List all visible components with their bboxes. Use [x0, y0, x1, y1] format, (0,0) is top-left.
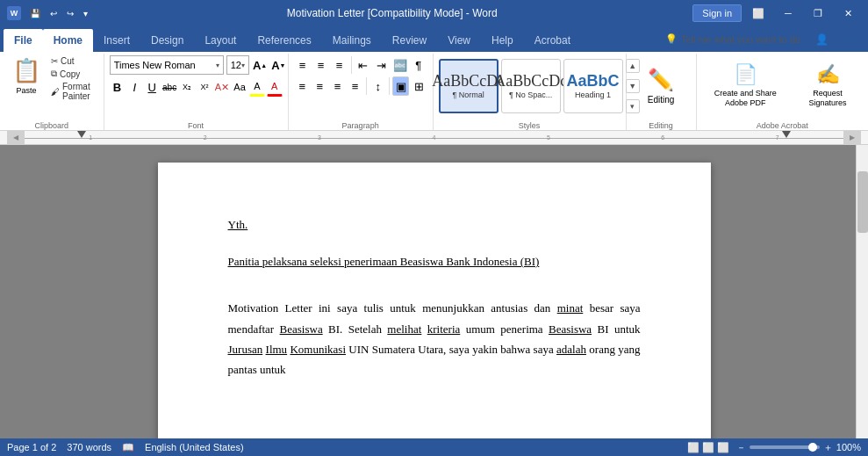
- sort-button[interactable]: 🔤: [391, 55, 409, 75]
- font-size-value: 12: [231, 60, 241, 70]
- font-label: Font: [104, 121, 288, 130]
- subscript-button[interactable]: X₂: [179, 77, 195, 97]
- cut-button[interactable]: ✂ Cut: [47, 55, 98, 67]
- align-left-button[interactable]: ≡: [294, 76, 311, 96]
- increase-indent-button[interactable]: ⇥: [373, 55, 391, 75]
- undo-btn[interactable]: ↩: [47, 7, 61, 20]
- style-no-spacing-preview: AaBbCcDc: [494, 72, 567, 90]
- redo-btn[interactable]: ↪: [63, 7, 77, 20]
- multilevel-button[interactable]: ≡: [331, 55, 348, 75]
- vertical-scrollbar[interactable]: [856, 145, 868, 438]
- zoom-in-icon[interactable]: ＋: [823, 441, 833, 454]
- zoom-slider[interactable]: [750, 445, 820, 449]
- close-btn[interactable]: ✕: [835, 0, 861, 26]
- word-icon: W: [7, 6, 21, 20]
- font-name-selector[interactable]: Times New Roman ▾: [110, 55, 224, 75]
- superscript-button[interactable]: X²: [197, 77, 212, 97]
- font-name-value: Times New Roman: [114, 60, 196, 70]
- share-icon: 👤: [815, 33, 829, 46]
- document-area: Yth. Panitia pelaksana seleksi penerimaa…: [0, 145, 868, 438]
- clipboard-label: Clipboard: [0, 121, 104, 130]
- create-share-pdf-button[interactable]: 📄 Create and Share Adobe PDF: [702, 60, 789, 112]
- editing-button[interactable]: ✏️ Editing: [641, 64, 682, 108]
- styles-label: Styles: [434, 121, 626, 130]
- page-count: Page 1 of 2: [7, 442, 56, 452]
- tab-layout[interactable]: Layout: [194, 29, 247, 52]
- create-share-label: Create and Share Adobe PDF: [709, 89, 782, 108]
- tab-insert[interactable]: Insert: [93, 29, 140, 52]
- status-left: Page 1 of 2 370 words 📖 English (United …: [7, 442, 244, 453]
- decrease-indent-button[interactable]: ⇤: [355, 55, 372, 75]
- tab-design[interactable]: Design: [140, 29, 194, 52]
- request-signatures-button[interactable]: ✍️ Request Signatures: [793, 60, 863, 112]
- style-heading1-preview: AaBbC: [567, 72, 620, 90]
- align-center-button[interactable]: ≡: [312, 76, 328, 96]
- style-heading1[interactable]: AaBbC Heading 1: [563, 59, 623, 113]
- sign-in-button[interactable]: Sign in: [692, 4, 742, 22]
- format-painter-button[interactable]: 🖌 Format Painter: [47, 81, 98, 102]
- change-case-button[interactable]: Aa: [232, 77, 247, 97]
- justify-button[interactable]: ≡: [347, 76, 363, 96]
- tab-home[interactable]: Home: [43, 29, 93, 52]
- italic-button[interactable]: I: [126, 77, 142, 97]
- tell-me-bar[interactable]: 💡 Tell me what you want to do: [657, 30, 808, 48]
- tab-file[interactable]: File: [4, 29, 43, 52]
- bold-button[interactable]: B: [110, 77, 126, 97]
- clear-format-button[interactable]: A✕: [214, 77, 230, 97]
- minimize-btn[interactable]: ─: [775, 0, 801, 26]
- paragraph-group: ≡ ≡ ≡ ⇤ ⇥ 🔤 ¶ ≡ ≡ ≡ ≡ ↕ ▣: [289, 54, 434, 130]
- grow-font-button[interactable]: A▲: [252, 55, 268, 75]
- tab-help[interactable]: Help: [481, 29, 524, 52]
- copy-button[interactable]: ⧉ Copy: [47, 68, 98, 80]
- document-page[interactable]: Yth. Panitia pelaksana seleksi penerimaa…: [158, 163, 711, 438]
- tab-mailings[interactable]: Mailings: [322, 29, 382, 52]
- zoom-thumb: [808, 443, 817, 452]
- save-quick-btn[interactable]: 💾: [26, 7, 44, 20]
- view-mode-icons: ⬜ ⬜ ⬜: [687, 442, 729, 453]
- shading-button[interactable]: ▣: [392, 76, 409, 96]
- font-size-selector[interactable]: 12 ▾: [226, 55, 249, 75]
- editing-group-label: Editing: [627, 121, 696, 130]
- style-normal[interactable]: AaBbCcDc ¶ Normal: [439, 59, 499, 113]
- word-count: 370 words: [67, 442, 111, 452]
- line-spacing-button[interactable]: ↕: [369, 76, 386, 96]
- scrollbar-thumb[interactable]: [857, 171, 868, 233]
- ruler: ◀ 1234567 ▶: [0, 131, 868, 145]
- tab-acrobat[interactable]: Acrobat: [524, 29, 581, 52]
- shrink-font-button[interactable]: A▼: [270, 55, 286, 75]
- borders-button[interactable]: ⊞: [410, 76, 427, 96]
- tab-view[interactable]: View: [437, 29, 481, 52]
- font-color-button[interactable]: A: [267, 77, 283, 97]
- paste-icon: 📋: [12, 57, 40, 84]
- align-right-button[interactable]: ≡: [329, 76, 346, 96]
- style-no-spacing[interactable]: AaBbCcDc ¶ No Spac...: [501, 59, 561, 113]
- adobe-label: Adobe Acrobat: [697, 121, 868, 130]
- request-sig-icon: ✍️: [816, 63, 840, 86]
- strikethrough-button[interactable]: abc: [161, 77, 177, 97]
- share-label: Share: [832, 33, 861, 46]
- title-bar-right: Sign in ⬜ ─ ❐ ✕: [692, 0, 861, 26]
- share-button[interactable]: 👤 Share: [815, 33, 861, 46]
- highlight-button[interactable]: A: [249, 77, 265, 97]
- editing-label: Editing: [648, 95, 675, 105]
- adobe-create-icon: 📄: [734, 63, 757, 86]
- painter-icon: 🖌: [51, 87, 60, 97]
- spell-check-icon: 📖: [122, 442, 134, 453]
- cut-label: Cut: [61, 56, 75, 66]
- show-hide-button[interactable]: ¶: [410, 55, 427, 75]
- bullets-button[interactable]: ≡: [294, 55, 312, 75]
- tab-references[interactable]: References: [247, 29, 321, 52]
- customize-qa-btn[interactable]: ▾: [80, 7, 91, 20]
- underline-button[interactable]: U: [144, 77, 160, 97]
- style-no-spacing-label: ¶ No Spac...: [509, 90, 552, 99]
- paste-label: Paste: [16, 86, 36, 95]
- ribbon-display-btn[interactable]: ⬜: [745, 0, 771, 26]
- zoom-controls[interactable]: － ＋ 100%: [736, 441, 861, 454]
- zoom-level: 100%: [836, 442, 861, 452]
- paragraph-label: Paragraph: [289, 121, 433, 130]
- paste-button[interactable]: 📋 Paste: [5, 55, 47, 97]
- zoom-out-icon[interactable]: －: [736, 441, 746, 454]
- restore-btn[interactable]: ❐: [805, 0, 831, 26]
- numbering-button[interactable]: ≡: [312, 55, 330, 75]
- tab-review[interactable]: Review: [382, 29, 437, 52]
